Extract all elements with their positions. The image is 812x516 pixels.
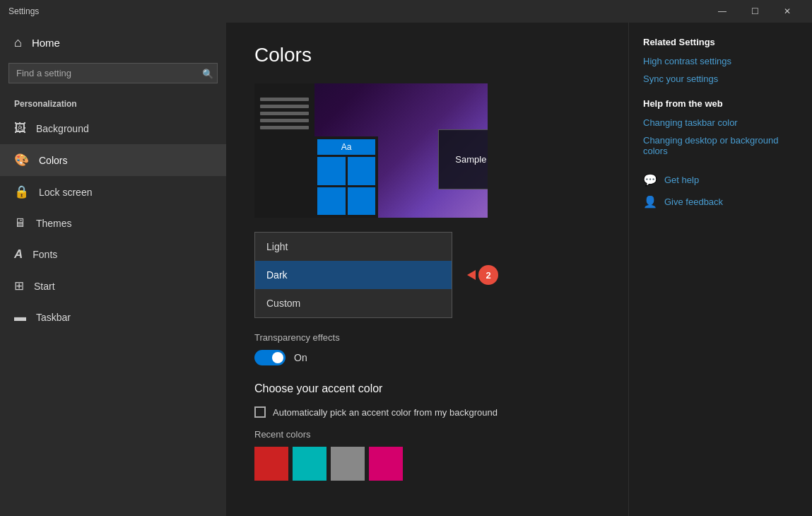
preview-tile-1: [317, 157, 346, 185]
sidebar-item-label-fonts: Fonts: [33, 249, 57, 260]
accent-checkbox[interactable]: [254, 406, 266, 418]
titlebar-title: Settings: [8, 6, 706, 16]
preview-icons-list: [254, 90, 314, 136]
accent-checkbox-label: Automatically pick an accent color from …: [273, 407, 498, 418]
preview-icon-row: [260, 98, 309, 101]
preview-tile-4: [348, 187, 376, 216]
preview-dark-panel: [254, 83, 314, 218]
preview-tiles: Aa: [314, 136, 378, 218]
high-contrast-link[interactable]: High contrast settings: [643, 56, 798, 66]
sidebar-section-label: Personalization: [0, 92, 226, 113]
right-panel: Related Settings High contrast settings …: [628, 23, 812, 516]
related-title: Related Settings: [643, 37, 798, 47]
dropdown-container: Light Dark Custom 2: [254, 232, 452, 318]
sidebar-item-colors[interactable]: 🎨 Colors 1: [0, 144, 226, 176]
sidebar-item-start[interactable]: ⊞ Start: [0, 270, 226, 302]
transparency-state: On: [294, 352, 307, 363]
checkbox-row: Automatically pick an accent color from …: [254, 406, 600, 418]
background-icon: 🖼: [14, 122, 26, 136]
titlebar: Settings — ☐ ✕: [0, 0, 812, 23]
themes-icon: 🖥: [14, 216, 26, 230]
titlebar-controls: — ☐ ✕: [706, 0, 804, 23]
dropdown-option-dark[interactable]: Dark: [255, 261, 452, 289]
transparency-toggle[interactable]: [254, 350, 286, 365]
sync-settings-link[interactable]: Sync your settings: [643, 74, 798, 84]
color-swatch-0[interactable]: [254, 447, 288, 481]
sidebar-item-label-lock-screen: Lock screen: [39, 187, 92, 198]
sidebar-item-label-background: Background: [36, 123, 89, 134]
sidebar-item-themes[interactable]: 🖥 Themes: [0, 208, 226, 239]
preview-area: Aa Sample Text: [254, 83, 488, 218]
preview-tile-3: [317, 187, 346, 216]
recent-colors-label: Recent colors: [254, 429, 600, 440]
close-button[interactable]: ✕: [771, 0, 804, 23]
maximize-button[interactable]: ☐: [739, 0, 771, 23]
sidebar-search: 🔍: [8, 63, 218, 83]
preview-icon-row: [260, 126, 309, 129]
colors-icon: 🎨: [14, 153, 29, 168]
preview-icon-row: [260, 112, 309, 115]
accent-title: Choose your accent color: [254, 382, 600, 395]
preview-sample-text: Sample Text: [455, 154, 488, 165]
lock-screen-icon: 🔒: [14, 184, 29, 199]
give-feedback-button[interactable]: 👤 Give feedback: [643, 195, 798, 209]
get-help-button[interactable]: 💬 Get help: [643, 173, 798, 187]
home-icon: ⌂: [14, 35, 22, 50]
preview-icon-row: [260, 119, 309, 122]
get-help-icon: 💬: [643, 173, 657, 187]
sidebar-item-label-taskbar: Taskbar: [36, 312, 71, 323]
sidebar-item-background[interactable]: 🖼 Background: [0, 113, 226, 144]
changing-desktop-link[interactable]: Changing desktop or background colors: [643, 135, 798, 156]
annotation-2-arrow: [467, 270, 476, 280]
dropdown-list: Light Dark Custom: [254, 232, 452, 318]
preview-tile-wide: Aa: [317, 139, 375, 155]
transparency-label: Transparency effects: [254, 332, 600, 343]
sidebar-item-label-start: Start: [34, 281, 55, 292]
preview-tile-2: [348, 157, 376, 185]
fonts-icon: A: [14, 247, 23, 262]
start-icon: ⊞: [14, 278, 24, 293]
sidebar-item-lock-screen[interactable]: 🔒 Lock screen: [0, 176, 226, 208]
get-help-label: Get help: [664, 175, 699, 185]
taskbar-icon: ▬: [14, 310, 26, 324]
color-swatch-1[interactable]: [293, 447, 326, 481]
home-label: Home: [32, 37, 60, 49]
sidebar-item-fonts[interactable]: A Fonts: [0, 239, 226, 270]
help-actions: 💬 Get help 👤 Give feedback: [643, 173, 798, 209]
toggle-row: On: [254, 350, 600, 365]
changing-taskbar-color-link[interactable]: Changing taskbar color: [643, 117, 798, 128]
color-swatch-2[interactable]: [331, 447, 365, 481]
dropdown-option-light[interactable]: Light: [255, 233, 452, 261]
sidebar-item-taskbar[interactable]: ▬ Taskbar: [0, 302, 226, 333]
dropdown-option-custom[interactable]: Custom: [255, 289, 452, 317]
search-icon[interactable]: 🔍: [202, 68, 213, 78]
color-swatches: [254, 447, 600, 481]
preview-icon-row: [260, 105, 309, 108]
toggle-knob: [272, 352, 283, 363]
sidebar-home[interactable]: ⌂ Home: [0, 23, 226, 63]
annotation-2-group: 2: [467, 265, 498, 285]
give-feedback-icon: 👤: [643, 195, 657, 209]
preview-sample-text-box: Sample Text: [438, 129, 488, 189]
main-content: Colors Aa: [226, 23, 628, 516]
app-body: ⌂ Home 🔍 Personalization 🖼 Background 🎨 …: [0, 23, 812, 516]
sidebar-item-label-themes: Themes: [36, 218, 72, 229]
sidebar: ⌂ Home 🔍 Personalization 🖼 Background 🎨 …: [0, 23, 226, 516]
color-swatch-3[interactable]: [369, 447, 403, 481]
give-feedback-label: Give feedback: [664, 197, 723, 207]
sidebar-item-label-colors: Colors: [39, 155, 67, 166]
help-title: Help from the web: [643, 98, 798, 109]
page-title: Colors: [254, 44, 600, 66]
search-input[interactable]: [8, 63, 218, 83]
minimize-button[interactable]: —: [706, 0, 739, 23]
annotation-2-badge: 2: [478, 265, 498, 285]
